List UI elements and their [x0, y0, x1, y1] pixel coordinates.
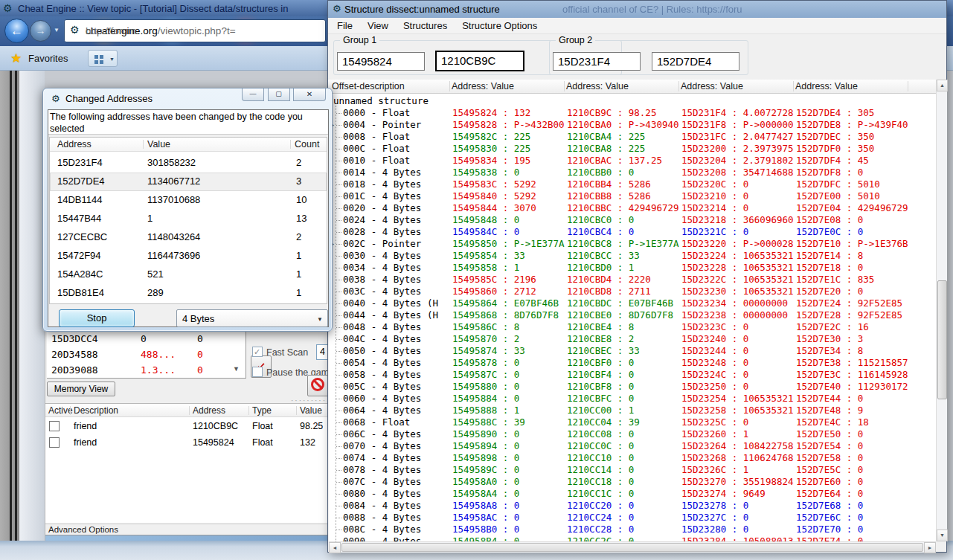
struct-row-0048[interactable]: 0048 - 4 Bytes1549586C : 81210CBE4 : 815… — [329, 321, 936, 333]
struct-row-002C[interactable]: ▷002C - Pointer15495850 : P->1E377A1210C… — [329, 238, 936, 250]
struct-cell[interactable]: 152D7E1C : 835 — [796, 274, 911, 286]
vertical-scrollbar[interactable]: ▲ ▼ — [936, 80, 947, 541]
menu-structures[interactable]: Structures — [396, 18, 455, 33]
scroll-right-icon[interactable]: ► — [924, 542, 936, 553]
struct-cell[interactable]: 152D7E3C : 116145928 — [796, 369, 911, 381]
struct-cell[interactable]: 15495894 : 0 — [452, 440, 567, 452]
struct-cell[interactable]: 15D23284 : 105088013 — [681, 535, 796, 541]
struct-cell[interactable]: 152D7E38 : 115215857 — [796, 357, 911, 369]
changed-address-row[interactable]: 15D231F43018582322 — [50, 154, 327, 173]
struct-cell[interactable]: 15D2324C : 0 — [681, 369, 796, 381]
struct-cell[interactable]: 15495878 : 0 — [452, 357, 567, 369]
struct-cell[interactable]: 15D2322C : 106535321 — [681, 274, 796, 286]
struct-cell[interactable]: 1210CBCC : 33 — [567, 250, 681, 262]
struct-cell[interactable]: 154958AC : 0 — [452, 512, 567, 524]
struct-cell[interactable]: 15D231F8 : P->000000 — [681, 119, 796, 131]
struct-cell[interactable]: 15D2323C : 0 — [681, 321, 796, 333]
struct-row-0060[interactable]: 0060 - 4 Bytes15495884 : 01210CBFC : 015… — [329, 393, 936, 405]
struct-cell[interactable]: 1210CBA8 : 225 — [567, 143, 681, 155]
address-bar[interactable]: ⚙ http://forum.cheatengine.org/viewtopic… — [64, 19, 326, 42]
struct-row-0038[interactable]: 0038 - 4 Bytes1549585C : 21961210CBD4 : … — [329, 274, 936, 286]
struct-row-0078[interactable]: 0078 - 4 Bytes1549589C : 01210CC14 : 015… — [329, 464, 936, 476]
struct-cell[interactable]: 152D7E44 : 0 — [796, 393, 911, 405]
struct-cell[interactable]: 152D7E2C : 16 — [796, 321, 911, 333]
active-checkbox[interactable] — [49, 421, 60, 431]
column-header-address-value[interactable]: Address: Value — [795, 81, 858, 91]
struct-cell[interactable]: 152D7E28 : 92F52E85 — [796, 309, 911, 321]
struct-cell[interactable]: 15D23270 : 355198824 — [681, 476, 796, 488]
struct-cell[interactable]: 15495834 : 195 — [452, 155, 567, 167]
forward-button[interactable]: → — [30, 20, 51, 42]
struct-row-0000[interactable]: 0000 - Float15495824 : 1321210CB9C : 98.… — [329, 107, 936, 119]
struct-row-004C[interactable]: 004C - 4 Bytes15495870 : 21210CBE8 : 215… — [329, 333, 936, 345]
struct-cell[interactable]: 15495880 : 0 — [452, 381, 567, 393]
struct-cell[interactable]: 15D23278 : 0 — [681, 500, 796, 512]
column-header[interactable]: Value — [300, 405, 322, 416]
dissect-title-bar[interactable]: ⚙ Structure dissect:unnamed structure of… — [328, 1, 946, 18]
struct-cell[interactable]: 1210CBAC : 137.25 — [567, 155, 681, 167]
struct-cell[interactable]: 1210CBFC : 0 — [567, 393, 681, 405]
struct-cell[interactable]: 1210CC18 : 0 — [567, 476, 681, 488]
struct-cell[interactable]: 152D7E64 : 0 — [796, 488, 911, 500]
struct-row-0014[interactable]: 0014 - 4 Bytes15495838 : 01210CBB0 : 015… — [329, 167, 936, 178]
struct-cell[interactable]: 15D2327C : 0 — [681, 512, 796, 524]
struct-cell[interactable]: 15D23244 : 0 — [681, 345, 796, 357]
struct-cell[interactable]: 15495898 : 0 — [452, 452, 567, 464]
struct-row-0008[interactable]: 0008 - Float1549582C : 2251210CBA4 : 225… — [329, 131, 936, 143]
struct-row-0020[interactable]: 0020 - 4 Bytes15495844 : 30701210CBBC : … — [329, 202, 936, 214]
struct-cell[interactable]: 1210CBC0 : 0 — [567, 214, 681, 226]
struct-cell[interactable]: 15D23240 : 0 — [681, 333, 796, 345]
column-header-address-value[interactable]: Address: Value — [452, 81, 514, 91]
struct-cell[interactable]: 152D7E34 : 8 — [796, 345, 911, 357]
struct-cell[interactable]: 152D7E14 : 8 — [796, 250, 911, 262]
scroll-left-icon[interactable]: ◄ — [329, 542, 341, 553]
struct-cell[interactable]: 152D7E10 : P->1E376B — [796, 238, 911, 250]
struct-cell[interactable]: 15D23218 : 366096960 — [681, 214, 796, 226]
struct-row-0058[interactable]: 0058 - 4 Bytes1549587C : 01210CBF4 : 015… — [329, 369, 936, 381]
quick-tabs-button[interactable]: ▼ — [88, 50, 118, 67]
struct-cell[interactable]: 15D23220 : P->000028 — [681, 238, 796, 250]
struct-row-0068[interactable]: 0068 - Float1549588C : 391210CC04 : 3915… — [329, 416, 936, 428]
struct-cell[interactable]: 15D2321C : 0 — [681, 226, 796, 238]
struct-cell[interactable]: 1210CB9C : 98.25 — [567, 107, 681, 119]
scroll-down-icon[interactable]: ▼ — [937, 530, 948, 541]
back-button[interactable]: ← — [4, 19, 29, 43]
struct-cell[interactable]: 15495848 : 0 — [452, 214, 567, 226]
struct-cell[interactable]: 15D2320C : 0 — [681, 178, 796, 190]
struct-cell[interactable]: 15D2325C : 0 — [681, 416, 796, 428]
struct-row-0018[interactable]: 0018 - 4 Bytes1549583C : 52921210CBB4 : … — [329, 178, 936, 190]
struct-cell[interactable]: 152D7E58 : 0 — [796, 452, 911, 464]
struct-cell[interactable]: 15D23230 : 106535321 — [681, 286, 796, 297]
struct-row-0084[interactable]: 0084 - 4 Bytes154958A8 : 01210CC20 : 015… — [329, 500, 936, 512]
history-dropdown-icon[interactable]: ▼ — [54, 27, 60, 33]
changed-address-row[interactable]: 152D7DE411340677123 — [50, 173, 327, 191]
struct-cell[interactable]: 15495850 : P->1E377A — [452, 238, 567, 250]
struct-cell[interactable]: 1210CBD0 : 1 — [567, 262, 681, 274]
struct-cell[interactable]: 1210CBC4 : 0 — [567, 226, 681, 238]
cancel-scan-button[interactable] — [307, 375, 330, 396]
address-list-row[interactable]: friend15495824Float132 — [45, 436, 330, 451]
struct-cell[interactable]: 15495868 : 8D76D7F8 — [452, 309, 567, 321]
pause-game-checkbox[interactable] — [252, 367, 263, 377]
struct-cell[interactable]: 1210CC08 : 0 — [567, 428, 681, 440]
active-checkbox[interactable] — [49, 437, 60, 448]
menu-view[interactable]: View — [360, 18, 396, 33]
struct-row-0050[interactable]: 0050 - 4 Bytes15495874 : 331210CBEC : 33… — [329, 345, 936, 357]
struct-cell[interactable]: 152D7E60 : 0 — [796, 476, 911, 488]
struct-cell[interactable]: 1210CBD8 : 2711 — [567, 286, 681, 297]
struct-cell[interactable]: 1549589C : 0 — [452, 464, 567, 476]
struct-cell[interactable]: 15495864 : E07BF46B — [452, 297, 567, 309]
struct-cell[interactable]: 1210CBF4 : 0 — [567, 369, 681, 381]
struct-cell[interactable]: 1549582C : 225 — [452, 131, 567, 143]
struct-cell[interactable]: 152D7DFC : 5010 — [796, 178, 911, 190]
struct-row-003C[interactable]: 003C - 4 Bytes15495860 : 27121210CBD8 : … — [329, 286, 936, 297]
struct-cell[interactable]: 152D7E00 : 5010 — [796, 190, 911, 202]
column-header[interactable]: Address — [57, 139, 92, 149]
struct-row-0004[interactable]: ▷0004 - Pointer15495828 : P->432B001210C… — [329, 119, 936, 131]
struct-cell[interactable]: 15495858 : 1 — [452, 262, 567, 274]
struct-cell[interactable]: 154958A8 : 0 — [452, 500, 567, 512]
struct-cell[interactable]: 1210CBE0 : 8D76D7F8 — [567, 309, 681, 321]
struct-row-0054[interactable]: 0054 - 4 Bytes15495878 : 01210CBF0 : 015… — [329, 357, 936, 369]
struct-cell[interactable]: 1210CC0C : 0 — [567, 440, 681, 452]
changed-address-row[interactable]: 15472F9411644736961 — [50, 247, 327, 265]
